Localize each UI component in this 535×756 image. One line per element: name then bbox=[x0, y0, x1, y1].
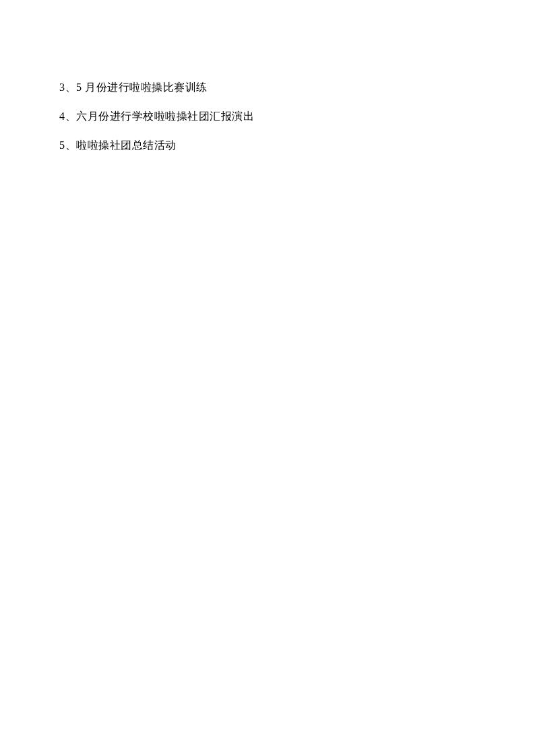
list-item: 5、啦啦操社团总结活动 bbox=[59, 131, 476, 160]
list-item: 3、5 月份进行啦啦操比赛训练 bbox=[59, 73, 476, 102]
document-content: 3、5 月份进行啦啦操比赛训练 4、六月份进行学校啦啦操社团汇报演出 5、啦啦操… bbox=[0, 0, 535, 160]
list-item: 4、六月份进行学校啦啦操社团汇报演出 bbox=[59, 102, 476, 131]
